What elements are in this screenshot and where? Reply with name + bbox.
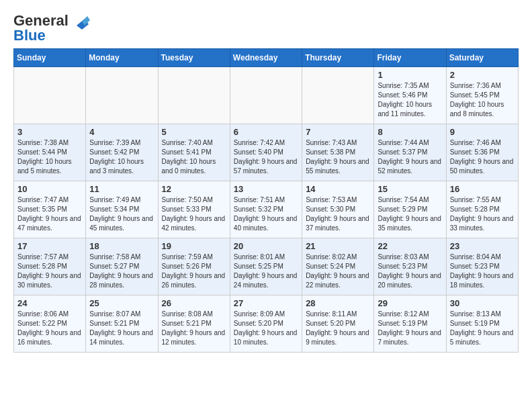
header-tuesday: Tuesday [158, 49, 230, 67]
day-info: Sunrise: 8:01 AM Sunset: 5:25 PM Dayligh… [234, 253, 298, 290]
calendar-cell [158, 67, 230, 124]
day-info: Sunrise: 8:04 AM Sunset: 5:23 PM Dayligh… [450, 253, 515, 290]
calendar-week-1: 1Sunrise: 7:35 AM Sunset: 5:46 PM Daylig… [14, 67, 519, 124]
calendar-week-4: 17Sunrise: 7:57 AM Sunset: 5:28 PM Dayli… [14, 238, 519, 295]
calendar-cell: 3Sunrise: 7:38 AM Sunset: 5:44 PM Daylig… [14, 124, 86, 181]
day-number: 22 [378, 241, 442, 251]
calendar-cell: 21Sunrise: 8:02 AM Sunset: 5:24 PM Dayli… [302, 238, 374, 295]
header-thursday: Thursday [302, 49, 374, 67]
calendar-cell [230, 67, 302, 124]
logo: General Blue [13, 13, 90, 43]
calendar-cell: 26Sunrise: 8:08 AM Sunset: 5:21 PM Dayli… [158, 295, 230, 353]
day-info: Sunrise: 7:44 AM Sunset: 5:37 PM Dayligh… [378, 138, 442, 176]
logo-icon [70, 12, 90, 32]
header-wednesday: Wednesday [230, 49, 302, 67]
day-number: 2 [450, 70, 515, 80]
calendar-cell: 30Sunrise: 8:13 AM Sunset: 5:19 PM Dayli… [446, 295, 518, 353]
day-number: 28 [306, 298, 370, 308]
day-number: 18 [89, 241, 154, 251]
calendar-cell: 9Sunrise: 7:46 AM Sunset: 5:36 PM Daylig… [446, 124, 518, 181]
calendar-cell: 1Sunrise: 7:35 AM Sunset: 5:46 PM Daylig… [374, 67, 446, 124]
calendar-cell: 18Sunrise: 7:58 AM Sunset: 5:27 PM Dayli… [86, 238, 158, 295]
day-info: Sunrise: 8:03 AM Sunset: 5:23 PM Dayligh… [378, 253, 442, 290]
calendar-cell [86, 67, 158, 124]
calendar-cell [14, 67, 86, 124]
day-number: 3 [17, 127, 82, 137]
logo-text: General Blue [13, 13, 69, 43]
calendar-cell: 23Sunrise: 8:04 AM Sunset: 5:23 PM Dayli… [446, 238, 518, 295]
calendar-cell: 17Sunrise: 7:57 AM Sunset: 5:28 PM Dayli… [14, 238, 86, 295]
calendar-cell: 8Sunrise: 7:44 AM Sunset: 5:37 PM Daylig… [374, 124, 446, 181]
day-number: 30 [450, 298, 515, 308]
calendar-cell: 13Sunrise: 7:51 AM Sunset: 5:32 PM Dayli… [230, 181, 302, 238]
calendar-week-3: 10Sunrise: 7:47 AM Sunset: 5:35 PM Dayli… [14, 181, 519, 238]
day-number: 10 [17, 184, 82, 194]
day-info: Sunrise: 7:40 AM Sunset: 5:41 PM Dayligh… [162, 138, 226, 176]
day-info: Sunrise: 8:08 AM Sunset: 5:21 PM Dayligh… [162, 310, 226, 347]
day-number: 7 [306, 127, 370, 137]
day-number: 4 [89, 127, 154, 137]
day-number: 17 [17, 241, 82, 251]
day-number: 29 [378, 298, 442, 308]
calendar-cell: 27Sunrise: 8:09 AM Sunset: 5:20 PM Dayli… [230, 295, 302, 353]
day-number: 5 [162, 127, 226, 137]
calendar-cell: 20Sunrise: 8:01 AM Sunset: 5:25 PM Dayli… [230, 238, 302, 295]
day-info: Sunrise: 8:09 AM Sunset: 5:20 PM Dayligh… [234, 310, 298, 347]
day-info: Sunrise: 7:58 AM Sunset: 5:27 PM Dayligh… [89, 253, 154, 290]
calendar-cell: 19Sunrise: 7:59 AM Sunset: 5:26 PM Dayli… [158, 238, 230, 295]
page-header: General Blue [13, 13, 519, 43]
day-number: 26 [162, 298, 226, 308]
day-info: Sunrise: 7:53 AM Sunset: 5:30 PM Dayligh… [306, 195, 370, 233]
day-info: Sunrise: 7:42 AM Sunset: 5:40 PM Dayligh… [234, 138, 298, 176]
day-info: Sunrise: 7:50 AM Sunset: 5:33 PM Dayligh… [162, 195, 226, 233]
calendar-cell: 11Sunrise: 7:49 AM Sunset: 5:34 PM Dayli… [86, 181, 158, 238]
calendar-cell: 10Sunrise: 7:47 AM Sunset: 5:35 PM Dayli… [14, 181, 86, 238]
calendar-table: SundayMondayTuesdayWednesdayThursdayFrid… [13, 48, 519, 353]
day-number: 19 [162, 241, 226, 251]
day-number: 20 [234, 241, 298, 251]
calendar-cell: 29Sunrise: 8:12 AM Sunset: 5:19 PM Dayli… [374, 295, 446, 353]
calendar-cell: 24Sunrise: 8:06 AM Sunset: 5:22 PM Dayli… [14, 295, 86, 353]
day-info: Sunrise: 7:55 AM Sunset: 5:28 PM Dayligh… [450, 195, 515, 233]
calendar-cell: 12Sunrise: 7:50 AM Sunset: 5:33 PM Dayli… [158, 181, 230, 238]
header-sunday: Sunday [14, 49, 86, 67]
day-info: Sunrise: 7:57 AM Sunset: 5:28 PM Dayligh… [17, 253, 82, 290]
day-number: 25 [89, 298, 154, 308]
day-number: 15 [378, 184, 442, 194]
day-info: Sunrise: 7:35 AM Sunset: 5:46 PM Dayligh… [378, 81, 442, 119]
calendar-cell: 5Sunrise: 7:40 AM Sunset: 5:41 PM Daylig… [158, 124, 230, 181]
day-info: Sunrise: 7:39 AM Sunset: 5:42 PM Dayligh… [89, 138, 154, 176]
day-number: 23 [450, 241, 515, 251]
day-info: Sunrise: 7:36 AM Sunset: 5:45 PM Dayligh… [450, 81, 515, 119]
day-info: Sunrise: 8:07 AM Sunset: 5:21 PM Dayligh… [89, 310, 154, 347]
day-info: Sunrise: 7:38 AM Sunset: 5:44 PM Dayligh… [17, 138, 82, 176]
calendar-cell: 22Sunrise: 8:03 AM Sunset: 5:23 PM Dayli… [374, 238, 446, 295]
calendar-cell: 6Sunrise: 7:42 AM Sunset: 5:40 PM Daylig… [230, 124, 302, 181]
calendar-cell: 28Sunrise: 8:11 AM Sunset: 5:20 PM Dayli… [302, 295, 374, 353]
day-info: Sunrise: 7:59 AM Sunset: 5:26 PM Dayligh… [162, 253, 226, 290]
day-number: 14 [306, 184, 370, 194]
calendar-cell: 25Sunrise: 8:07 AM Sunset: 5:21 PM Dayli… [86, 295, 158, 353]
day-number: 6 [234, 127, 298, 137]
day-number: 13 [234, 184, 298, 194]
day-info: Sunrise: 8:11 AM Sunset: 5:20 PM Dayligh… [306, 310, 370, 347]
day-info: Sunrise: 7:46 AM Sunset: 5:36 PM Dayligh… [450, 138, 515, 176]
calendar-cell: 7Sunrise: 7:43 AM Sunset: 5:38 PM Daylig… [302, 124, 374, 181]
calendar-header-row: SundayMondayTuesdayWednesdayThursdayFrid… [14, 49, 519, 67]
day-info: Sunrise: 8:13 AM Sunset: 5:19 PM Dayligh… [450, 310, 515, 347]
day-number: 1 [378, 70, 442, 80]
day-info: Sunrise: 7:47 AM Sunset: 5:35 PM Dayligh… [17, 195, 82, 233]
calendar-week-2: 3Sunrise: 7:38 AM Sunset: 5:44 PM Daylig… [14, 124, 519, 181]
day-number: 16 [450, 184, 515, 194]
calendar-cell: 4Sunrise: 7:39 AM Sunset: 5:42 PM Daylig… [86, 124, 158, 181]
calendar-cell: 16Sunrise: 7:55 AM Sunset: 5:28 PM Dayli… [446, 181, 518, 238]
header-monday: Monday [86, 49, 158, 67]
calendar-cell: 14Sunrise: 7:53 AM Sunset: 5:30 PM Dayli… [302, 181, 374, 238]
header-saturday: Saturday [446, 49, 518, 67]
day-number: 11 [89, 184, 154, 194]
day-info: Sunrise: 7:51 AM Sunset: 5:32 PM Dayligh… [234, 195, 298, 233]
day-info: Sunrise: 8:06 AM Sunset: 5:22 PM Dayligh… [17, 310, 82, 347]
calendar-week-5: 24Sunrise: 8:06 AM Sunset: 5:22 PM Dayli… [14, 295, 519, 353]
day-info: Sunrise: 8:12 AM Sunset: 5:19 PM Dayligh… [378, 310, 442, 347]
day-number: 27 [234, 298, 298, 308]
